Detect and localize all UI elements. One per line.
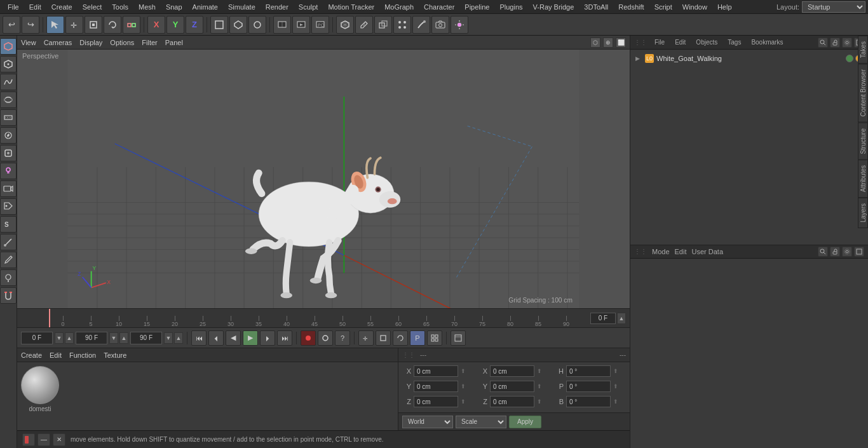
end-frame-up[interactable]: ▲ [119,332,128,344]
start-frame-input[interactable] [21,332,53,344]
frame-up-button[interactable]: ▲ [617,313,626,324]
y-pos-input[interactable] [414,381,458,392]
end-frame-input[interactable] [76,332,107,344]
rotate-tool-button[interactable] [104,16,121,34]
x-pos-input[interactable] [414,365,458,377]
mode-P-button[interactable]: P [410,330,425,346]
layout-dropdown[interactable]: Startup [802,1,865,13]
preview-end-input[interactable] [130,332,162,344]
play-back-button[interactable]: ◀ [226,330,241,346]
menu-snap[interactable]: Snap [161,2,187,12]
array-button[interactable] [393,16,411,34]
scale-select[interactable]: Scale [456,416,506,428]
tool-deformer[interactable] [0,109,17,126]
material-menu-edit[interactable]: Edit [50,351,62,359]
menu-character[interactable]: Character [419,2,459,12]
goto-start-button[interactable]: ⏮ [191,330,207,346]
world-select[interactable]: World [402,416,453,428]
menu-redshift[interactable]: Redshift [613,2,649,12]
menu-simulate[interactable]: Simulate [223,2,261,12]
render-view-button[interactable] [292,16,310,34]
transform-button[interactable] [123,16,140,34]
attr-userdata-button[interactable]: User Data [692,248,724,255]
status-cinema4d-icon[interactable] [22,433,35,446]
preview-end-down[interactable]: ▼ [164,332,173,344]
scale-tool-button[interactable] [85,16,102,34]
light-button[interactable] [451,16,468,34]
clone-button[interactable] [374,16,392,34]
objects-area[interactable]: ▶ L0 White_Goat_Walking [630,50,868,245]
menu-mesh[interactable]: Mesh [133,2,161,12]
start-frame-up[interactable]: ▲ [65,332,74,344]
tool-xpresso[interactable]: S [0,216,17,233]
play-forward-button[interactable]: ▶ [243,330,258,346]
undo-button[interactable]: ↩ [3,16,20,34]
menu-create[interactable]: Create [46,2,78,12]
menu-edit[interactable]: Edit [24,2,46,12]
current-frame-input[interactable] [590,313,616,324]
tool-spline[interactable] [0,74,17,90]
texture-mode-button[interactable] [248,16,266,34]
apply-button[interactable]: Apply [509,416,541,428]
tool-active-object[interactable] [0,38,17,55]
viewport-menu-filter[interactable]: Filter [142,39,157,46]
tool-magnet[interactable] [0,287,17,304]
attr-settings-icon[interactable] [842,247,852,257]
menu-select[interactable]: Select [78,2,107,12]
rh-search-icon[interactable] [818,37,828,48]
tool-paint[interactable] [0,269,17,286]
viewport-maximize-button[interactable]: ⬜ [616,37,626,48]
viewport-pin-button[interactable]: ⬡ [590,37,600,48]
menu-script[interactable]: Script [649,2,677,12]
x-axis-button[interactable]: X [147,16,165,34]
camera-button[interactable] [431,16,449,34]
menu-vray[interactable]: V-Ray Bridge [528,2,580,12]
attr-lock-icon[interactable] [830,247,840,257]
menu-window[interactable]: Window [677,2,712,12]
tab-content-browser[interactable]: Content Browser [858,64,868,122]
status-minimize-button[interactable]: — [37,433,50,446]
auto-record-button[interactable] [318,330,333,346]
rh-lock-icon[interactable] [830,37,840,48]
tab-attributes[interactable]: Attributes [858,160,868,198]
tab-takes[interactable]: Takes [858,36,868,64]
mode-scale-button[interactable] [376,330,391,346]
obj-objects-button[interactable]: Objects [693,38,720,46]
y-size-input[interactable] [490,381,534,392]
tool-field[interactable] [0,145,17,161]
menu-help[interactable]: Help [712,2,737,12]
render-to-po-button[interactable]: PO [311,16,329,34]
menu-motion-tracker[interactable]: Motion Tracker [323,2,379,12]
tool-knife[interactable] [0,234,17,250]
goto-end-button[interactable]: ⏭ [277,330,292,346]
menu-tools[interactable]: Tools [107,2,133,12]
move-tool-button[interactable]: ✛ [65,16,83,34]
viewport-move-button[interactable]: ⊕ [603,37,613,48]
render-region-button[interactable] [273,16,291,34]
b-rot-input[interactable] [566,396,611,407]
h-rot-input[interactable] [566,365,611,377]
obj-tags-button[interactable]: Tags [725,38,743,46]
rh-settings-icon[interactable] [842,37,852,48]
mode-move-button[interactable]: ✛ [358,330,374,346]
viewport-menu-view[interactable]: View [21,39,36,46]
mode-grid-button[interactable] [427,330,442,346]
select-tool-button[interactable] [46,16,64,34]
object-visibility-dot[interactable] [846,55,853,62]
tool-nurbs[interactable] [0,92,17,108]
schematic-button[interactable] [451,330,466,346]
timeline-area[interactable]: 0 5 10 15 20 [17,308,630,327]
object-mode-button[interactable] [210,16,228,34]
menu-render[interactable]: Render [261,2,294,12]
cube-view-button[interactable] [336,16,354,34]
material-menu-create[interactable]: Create [21,351,42,359]
obj-file-button[interactable]: File [652,38,667,46]
z-size-input[interactable] [490,396,534,407]
y-axis-button[interactable]: Y [166,16,184,34]
menu-file[interactable]: File [3,2,24,12]
mode-rotate-button[interactable] [393,330,408,346]
obj-bookmarks-button[interactable]: Bookmarks [749,38,785,46]
tool-camera[interactable] [0,180,17,197]
tab-layers[interactable]: Layers [858,198,868,228]
menu-pipeline[interactable]: Pipeline [459,2,494,12]
